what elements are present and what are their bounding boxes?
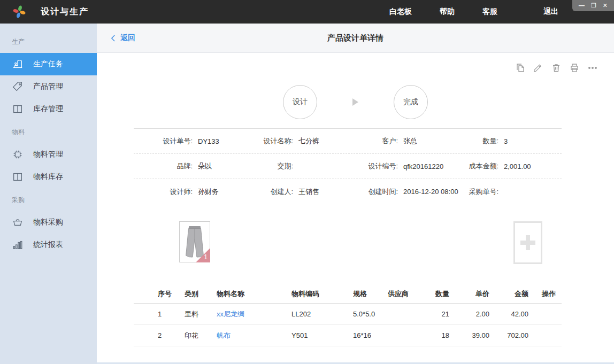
col-material-code: 物料编码 <box>291 289 353 299</box>
copy-icon[interactable] <box>515 63 525 73</box>
app-window: 设计与生产 白老板 帮助 客服 退出 — ❐ ✕ 生产 生产任务 <box>0 0 614 364</box>
book-icon <box>12 171 24 183</box>
workflow-step-complete: 完成 <box>394 85 428 119</box>
image-count: 1 <box>204 253 208 261</box>
sidebar-item-label: 统计报表 <box>33 240 63 250</box>
sidebar-item-label: 生产任务 <box>33 59 63 69</box>
field-label: 交期: <box>230 161 293 171</box>
details-row: 品牌:朵以 交期: 设计编号:qfk20161220 成本金额:2,001.00 <box>134 154 562 179</box>
sidebar-item-inventory-management[interactable]: 库存管理 <box>0 98 97 120</box>
page-title: 产品设计单详情 <box>327 33 383 43</box>
customer: 张总 <box>403 136 417 146</box>
cell-spec: 16*16 <box>353 331 388 339</box>
col-material-name: 物料名称 <box>217 289 291 299</box>
col-amount: 金额 <box>489 289 528 299</box>
maximize-icon[interactable]: ❐ <box>591 3 596 9</box>
window-controls: — ❐ ✕ <box>572 0 614 11</box>
design-order-details: 设计单号:DY133 设计名称:七分裤 客户:张总 数量:3 品牌:朵以 交期:… <box>134 129 562 204</box>
sidebar-item-label: 物料库存 <box>33 172 63 182</box>
delete-icon[interactable] <box>551 63 562 73</box>
designer: 孙财务 <box>198 187 219 197</box>
sidebar-item-product-management[interactable]: 产品管理 <box>0 75 97 98</box>
field-label: 设计名称: <box>230 136 293 146</box>
sidebar: 生产 生产任务 产品管理 库存管理 物料 <box>0 24 97 364</box>
col-category: 类别 <box>185 289 217 299</box>
topbar-link-help[interactable]: 帮助 <box>426 7 469 17</box>
topbar: 设计与生产 白老板 帮助 客服 退出 — ❐ ✕ <box>0 0 614 24</box>
cell-category: 印花 <box>185 331 217 340</box>
quantity: 3 <box>504 137 508 145</box>
material-name-link[interactable]: 帆布 <box>217 331 291 340</box>
cell-qty: 21 <box>412 310 449 318</box>
step-label: 完成 <box>403 97 418 107</box>
document-toolbar <box>97 63 598 73</box>
sidebar-item-material-inventory[interactable]: 物料库存 <box>0 166 97 188</box>
table-header-row: 序号 类别 物料名称 物料编码 规格 供应商 数量 单价 金额 操作 <box>134 284 562 304</box>
cell-seq: 2 <box>158 331 185 339</box>
col-supplier: 供应商 <box>388 289 412 299</box>
field-label: 设计单号: <box>134 136 193 146</box>
col-action: 操作 <box>528 289 562 299</box>
design-name: 七分裤 <box>298 136 319 146</box>
basket-icon <box>12 216 24 228</box>
cell-seq: 1 <box>158 310 185 318</box>
product-image-thumbnail[interactable]: 1 <box>179 221 210 262</box>
creator: 王销售 <box>298 187 319 197</box>
plus-icon <box>520 235 535 250</box>
cell-spec: 5.0*5.0 <box>353 310 388 318</box>
design-code: qfk20161220 <box>403 162 443 171</box>
minimize-icon[interactable]: — <box>579 3 585 9</box>
field-label: 数量: <box>466 136 498 146</box>
sidebar-section-purchasing: 采购 <box>0 188 97 211</box>
table-row: 1 里料 xx尼龙绸 LL202 5.0*5.0 21 2.00 42.00 <box>134 304 562 325</box>
close-icon[interactable]: ✕ <box>603 3 608 9</box>
more-icon[interactable] <box>587 63 598 73</box>
add-image-button[interactable] <box>513 221 542 264</box>
field-label: 成本金额: <box>466 161 498 171</box>
col-spec: 规格 <box>353 289 388 299</box>
tag-icon <box>12 81 24 92</box>
field-label: 品牌: <box>134 161 193 171</box>
topbar-links: 白老板 帮助 客服 退出 <box>375 7 572 17</box>
book-icon <box>12 103 24 115</box>
details-row: 设计单号:DY133 设计名称:七分裤 客户:张总 数量:3 <box>134 129 562 154</box>
cost-amount: 2,001.00 <box>504 162 531 171</box>
topbar-link-support[interactable]: 客服 <box>469 7 511 17</box>
sidebar-item-production-tasks[interactable]: 生产任务 <box>0 53 97 75</box>
topbar-link-user[interactable]: 白老板 <box>375 7 426 17</box>
col-price: 单价 <box>449 289 489 299</box>
design-order-number: DY133 <box>198 137 219 145</box>
field-label: 客户: <box>343 136 398 146</box>
main-panel: 返回 产品设计单详情 <box>97 24 614 364</box>
sidebar-item-label: 库存管理 <box>33 104 63 114</box>
app-title: 设计与生产 <box>41 6 89 18</box>
workflow-steps: 设计 完成 <box>97 85 614 119</box>
back-label: 返回 <box>120 33 135 43</box>
print-icon[interactable] <box>569 63 580 73</box>
page-header: 返回 产品设计单详情 <box>97 24 614 53</box>
col-qty: 数量 <box>412 289 449 299</box>
sidebar-item-statistics-report[interactable]: 统计报表 <box>0 234 97 256</box>
field-label: 采购单号: <box>466 187 498 197</box>
cell-amount: 42.00 <box>489 310 528 318</box>
create-time: 2016-12-20 08:00 <box>403 188 458 196</box>
step-label: 设计 <box>293 97 308 107</box>
cell-code: LL202 <box>291 310 353 318</box>
topbar-link-exit[interactable]: 退出 <box>529 7 572 17</box>
arrow-right-icon <box>352 98 358 106</box>
chevron-left-icon <box>111 34 116 42</box>
back-button[interactable]: 返回 <box>111 33 135 43</box>
edit-icon[interactable] <box>533 63 543 73</box>
chip-icon <box>12 149 24 160</box>
sidebar-item-material-purchase[interactable]: 物料采购 <box>0 211 97 234</box>
brand: 朵以 <box>198 161 212 171</box>
materials-table: 序号 类别 物料名称 物料编码 规格 供应商 数量 单价 金额 操作 1 里料 … <box>134 284 562 346</box>
image-count-badge <box>196 248 210 262</box>
sidebar-item-material-management[interactable]: 物料管理 <box>0 143 97 166</box>
cell-code: Y501 <box>291 331 353 339</box>
cell-category: 里料 <box>185 309 217 319</box>
col-seq: 序号 <box>158 289 185 299</box>
field-label: 设计编号: <box>343 161 398 171</box>
material-name-link[interactable]: xx尼龙绸 <box>217 309 291 319</box>
sewing-machine-icon <box>12 58 24 70</box>
